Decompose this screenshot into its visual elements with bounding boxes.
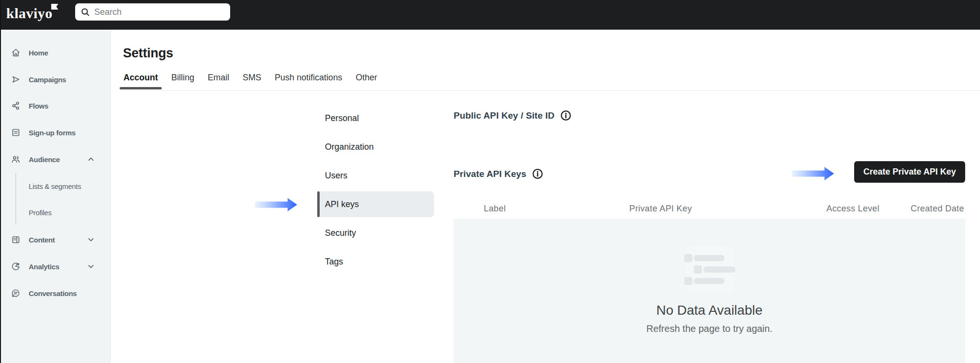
no-data-title: No Data Available bbox=[454, 303, 965, 318]
tab-other[interactable]: Other bbox=[352, 65, 381, 90]
info-icon[interactable] bbox=[532, 168, 543, 179]
settings-tabs: Account Billing Email SMS Push notificat… bbox=[120, 65, 980, 91]
subnav-indent-line bbox=[15, 173, 16, 225]
sidebar-item-content[interactable]: Content bbox=[0, 233, 111, 246]
create-private-api-key-button[interactable]: Create Private API Key bbox=[854, 161, 965, 183]
public-api-key-heading: Public API Key / Site ID bbox=[454, 110, 571, 121]
skeleton-bar bbox=[694, 255, 724, 261]
settings-nav-users[interactable]: Users bbox=[317, 163, 434, 188]
skeleton-square bbox=[684, 277, 692, 285]
window-left-edge bbox=[0, 0, 1, 363]
tab-email[interactable]: Email bbox=[204, 65, 233, 90]
settings-nav-organization[interactable]: Organization bbox=[317, 134, 434, 160]
skeleton-square bbox=[684, 254, 692, 262]
tab-push-notifications[interactable]: Push notifications bbox=[271, 65, 346, 90]
sidebar-item-audience[interactable]: Audience bbox=[0, 153, 111, 166]
campaigns-icon bbox=[11, 75, 21, 84]
klaviyo-flag-icon bbox=[51, 4, 58, 10]
column-header-created-date: Created Date bbox=[911, 204, 964, 214]
sidebar-item-campaigns[interactable]: Campaigns bbox=[0, 73, 111, 86]
sidebar-item-conversations[interactable]: Conversations bbox=[0, 286, 111, 300]
column-header-private-api-key: Private API Key bbox=[629, 204, 692, 214]
column-header-access-level: Access Level bbox=[826, 204, 880, 214]
chevron-down-icon bbox=[88, 263, 94, 270]
sidebar-item-lists-segments[interactable]: Lists & segments bbox=[0, 179, 111, 193]
settings-nav-security[interactable]: Security bbox=[317, 220, 434, 246]
private-api-keys-heading: Private API Keys bbox=[454, 168, 543, 179]
search-icon bbox=[81, 8, 90, 17]
home-icon bbox=[11, 48, 21, 57]
conversations-icon bbox=[11, 288, 21, 298]
settings-nav-tags[interactable]: Tags bbox=[317, 249, 434, 275]
settings-nav-personal[interactable]: Personal bbox=[317, 105, 434, 131]
sidebar-item-signup-forms[interactable]: Sign-up forms bbox=[0, 126, 111, 139]
sidebar-item-home[interactable]: Home bbox=[0, 46, 111, 59]
chevron-up-icon bbox=[88, 156, 94, 163]
sidebar-item-profiles[interactable]: Profiles bbox=[0, 206, 111, 219]
column-header-label: Label bbox=[484, 204, 506, 214]
klaviyo-logo-text: klaviyo bbox=[6, 5, 53, 21]
signup-forms-icon bbox=[11, 128, 21, 137]
search-input[interactable]: Search bbox=[75, 3, 230, 21]
settings-nav-api-keys[interactable]: API keys bbox=[317, 191, 434, 217]
sidebar: Home Campaigns Flows Sign-up forms Audie… bbox=[0, 30, 111, 363]
content-icon bbox=[11, 235, 21, 244]
annotation-arrow-create-button bbox=[792, 166, 834, 181]
sidebar-item-flows[interactable]: Flows bbox=[0, 99, 111, 112]
page-title: Settings bbox=[123, 46, 173, 61]
info-icon[interactable] bbox=[560, 110, 571, 121]
audience-icon bbox=[11, 154, 21, 164]
top-bar: klaviyo Search bbox=[0, 0, 980, 30]
klaviyo-logo[interactable]: klaviyo bbox=[6, 4, 53, 23]
tab-account[interactable]: Account bbox=[120, 65, 162, 90]
flows-icon bbox=[11, 101, 21, 110]
sidebar-item-analytics[interactable]: Analytics bbox=[0, 260, 111, 273]
annotation-arrow-api-keys bbox=[255, 198, 297, 212]
no-data-subtitle: Refresh the page to try again. bbox=[454, 323, 965, 334]
skeleton-bar bbox=[694, 278, 724, 284]
analytics-icon bbox=[11, 262, 21, 271]
skeleton-bar bbox=[703, 266, 735, 273]
search-placeholder: Search bbox=[94, 7, 122, 17]
settings-subnav: Personal Organization Users API keys Sec… bbox=[317, 105, 434, 277]
tab-sms[interactable]: SMS bbox=[239, 65, 265, 90]
empty-state-area: No Data Available Refresh the page to tr… bbox=[454, 219, 965, 363]
tab-billing[interactable]: Billing bbox=[167, 65, 198, 90]
skeleton-square bbox=[694, 265, 702, 274]
chevron-down-icon bbox=[88, 236, 94, 243]
